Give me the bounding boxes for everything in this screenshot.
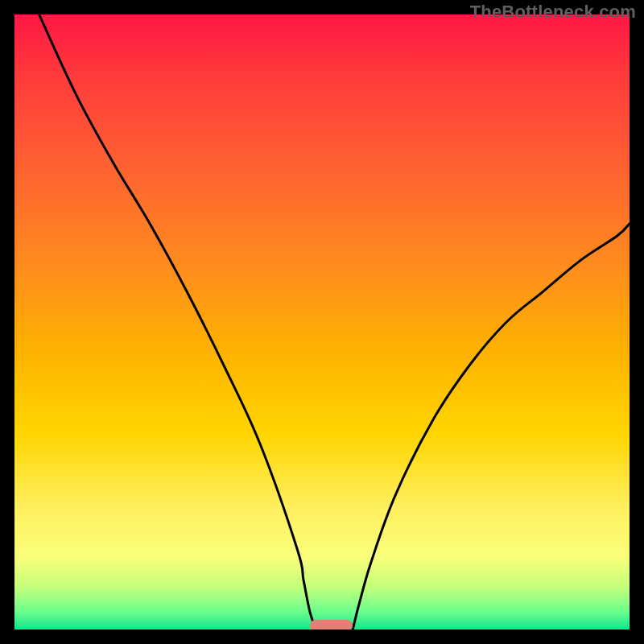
curve-left-arm <box>39 14 316 630</box>
attribution-text: TheBottleneck.com <box>470 2 636 23</box>
bottleneck-curve <box>14 14 630 630</box>
curve-right-arm <box>353 224 630 630</box>
chart-frame: TheBottleneck.com <box>0 0 644 644</box>
optimal-marker <box>310 620 353 630</box>
plot-area <box>14 14 630 630</box>
